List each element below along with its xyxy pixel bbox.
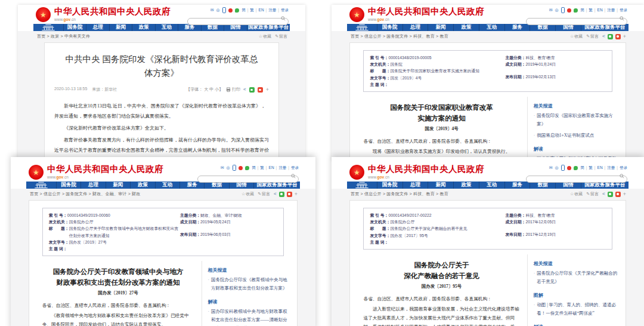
favorite-button[interactable]: ☆ 收藏 — [242, 191, 254, 197]
accessibility-icon[interactable]: ◎ — [555, 165, 559, 170]
gov-logo[interactable]: ★ 中华人民共和国中央人民政府 www.gov.cn — [29, 165, 163, 180]
interpretation-link[interactable]: ·国办印发科教领域中央与地方财政事权和支出责任划分改革方案——清晰划分权责 平稳… — [208, 307, 290, 326]
nav-item-policy[interactable]: 政策 — [453, 182, 479, 189]
weibo-icon[interactable] — [567, 166, 571, 170]
nav-item-policy[interactable]: 政策 — [453, 24, 479, 31]
mobile-icon[interactable] — [561, 7, 565, 13]
login-link[interactable]: 登录 — [286, 165, 299, 171]
nav-home[interactable] — [33, 24, 63, 31]
gov-logo[interactable]: ★ 中华人民共和国中央人民政府 www.gov.cn — [349, 165, 484, 180]
weibo-share-icon[interactable] — [615, 34, 621, 39]
comment-button[interactable]: ✎ 留言 — [275, 33, 287, 39]
mail-icon[interactable]: ✉ — [210, 8, 214, 13]
related-link[interactable]: ·国务院印发《国家职业教育改革实施方案》 — [534, 112, 618, 128]
nav-item-premier[interactable]: 总理 — [402, 24, 428, 31]
mobile-icon[interactable] — [222, 7, 227, 13]
lang-traditional[interactable]: 繁 — [584, 8, 593, 13]
lang-english[interactable]: EN — [593, 165, 603, 171]
weibo-share-icon[interactable] — [258, 87, 263, 93]
nav-item-premier[interactable]: 总理 — [80, 182, 105, 189]
nav-item-news[interactable]: 新闻 — [109, 24, 132, 31]
weibo-icon[interactable] — [239, 166, 243, 170]
more-share-icon[interactable]: + — [266, 87, 269, 93]
font-size-controls[interactable]: 【字体： 大 中 小】 — [186, 87, 223, 93]
comment-button[interactable]: ✎ 留言 — [258, 191, 270, 197]
share-icon[interactable]: < — [602, 192, 605, 196]
wechat-icon[interactable] — [574, 8, 578, 13]
nav-home[interactable] — [347, 24, 377, 31]
weibo-share-icon[interactable] — [615, 192, 621, 197]
related-link[interactable]: ·国务院办公厅印发《关于深化产教融合的若干意见》 — [534, 269, 618, 286]
search-icon[interactable] — [620, 16, 624, 21]
nav-item-news[interactable]: 新闻 — [106, 182, 130, 189]
related-link[interactable]: ·国务院办公厅印发《教育领域中央与地方财政事权和支出责任划分改革方案》 — [208, 276, 290, 293]
wechat-share-icon[interactable] — [608, 192, 613, 197]
login-link[interactable]: 登录 — [615, 165, 627, 171]
nav-item-news[interactable]: 新闻 — [428, 182, 453, 189]
weibo-share-icon[interactable] — [287, 192, 292, 197]
nav-home[interactable] — [347, 182, 377, 189]
lang-traditional[interactable]: 繁 — [584, 165, 593, 171]
gov-logo[interactable]: ★ 中华人民共和国中央人民政府 www.gov.cn — [36, 7, 171, 22]
register-link[interactable]: 注册 — [264, 8, 277, 13]
nav-item-state-council[interactable]: 国务院 — [377, 182, 402, 189]
breadcrumb[interactable]: 首页 > 信息公开 > 国务院文件 > 科技、教育 > 教育 — [351, 191, 448, 197]
search-input[interactable] — [187, 18, 289, 25]
share-icon[interactable]: < — [243, 87, 246, 92]
share-icon[interactable]: < — [274, 192, 277, 196]
nav-item-services[interactable]: 服务 — [504, 24, 530, 31]
search-icon[interactable] — [281, 16, 286, 21]
more-share-icon[interactable]: + — [295, 192, 298, 197]
lang-traditional[interactable]: 繁 — [256, 165, 264, 171]
nav-item-policy[interactable]: 政策 — [132, 24, 154, 31]
breadcrumb[interactable]: 首页 > 政策 > 中央有关文件 — [37, 33, 90, 39]
search-icon[interactable] — [620, 174, 624, 179]
search-input[interactable] — [526, 176, 627, 183]
login-link[interactable]: 登录 — [276, 8, 289, 13]
mail-icon[interactable]: ✉ — [549, 8, 553, 13]
more-share-icon[interactable]: + — [623, 192, 626, 197]
lang-english[interactable]: EN — [264, 165, 274, 171]
wechat-share-icon[interactable] — [249, 87, 255, 93]
nav-item-interact[interactable]: 互动 — [479, 182, 504, 189]
favorite-button[interactable]: ☆ 收藏 — [570, 191, 583, 197]
lang-english[interactable]: EN — [593, 8, 603, 13]
accessibility-icon[interactable]: ◎ — [216, 8, 220, 13]
search-input[interactable] — [526, 18, 627, 25]
related-link[interactable]: ·我国将启动1+X证书制度试点 — [534, 131, 618, 140]
gov-logo[interactable]: ★ 中华人民共和国中央人民政府 www.gov.cn — [349, 7, 484, 22]
breadcrumb[interactable]: 首页 > 信息公开 > 国务院文件 > 科技、教育 > 教育 — [351, 33, 448, 39]
print-button[interactable]: 打印 — [226, 87, 240, 93]
nav-item-state-council[interactable]: 国务院 — [56, 182, 80, 189]
register-link[interactable]: 注册 — [274, 165, 287, 171]
search-icon[interactable] — [291, 174, 296, 179]
mail-icon[interactable]: ✉ — [221, 165, 224, 170]
nav-item-interact[interactable]: 互动 — [155, 182, 179, 189]
mobile-icon[interactable] — [561, 165, 565, 171]
nav-item-premier[interactable]: 总理 — [402, 182, 428, 189]
wechat-share-icon[interactable] — [279, 192, 284, 197]
wechat-icon[interactable] — [245, 166, 249, 170]
search-input[interactable] — [197, 176, 299, 183]
nav-item-state-council[interactable]: 国务院 — [377, 24, 402, 31]
weibo-icon[interactable] — [567, 8, 571, 13]
nav-item-policy[interactable]: 政策 — [130, 182, 154, 189]
nav-item-state-council[interactable]: 国务院 — [63, 24, 86, 31]
nav-item-interact[interactable]: 互动 — [479, 24, 504, 31]
favorite-button[interactable]: ☆ 收藏 — [570, 33, 583, 39]
nav-item-news[interactable]: 新闻 — [428, 24, 453, 31]
breadcrumb[interactable]: 首页 > 信息公开 > 国务院文件 > 财政、金融、审计 > 财政 — [30, 191, 141, 197]
favorite-button[interactable]: ☆ 收藏 — [259, 33, 271, 39]
comment-button[interactable]: ✎ 留言 — [586, 33, 599, 39]
lang-traditional[interactable]: 繁 — [246, 8, 254, 13]
accessibility-icon[interactable]: ◎ — [227, 165, 230, 170]
share-icon[interactable]: < — [602, 34, 605, 39]
comment-button[interactable]: ✎ 留言 — [586, 191, 599, 197]
nav-item-services[interactable]: 服务 — [504, 182, 530, 189]
register-link[interactable]: 注册 — [603, 165, 615, 171]
mail-icon[interactable]: ✉ — [549, 165, 553, 170]
more-share-icon[interactable]: + — [623, 34, 626, 39]
nav-home[interactable] — [26, 182, 56, 189]
infographic-link[interactable]: ·动图 | 学习的、育人的、招聘的、通通必看！一份文件怎样破“两张皮” — [534, 301, 618, 318]
register-link[interactable]: 注册 — [603, 8, 615, 13]
